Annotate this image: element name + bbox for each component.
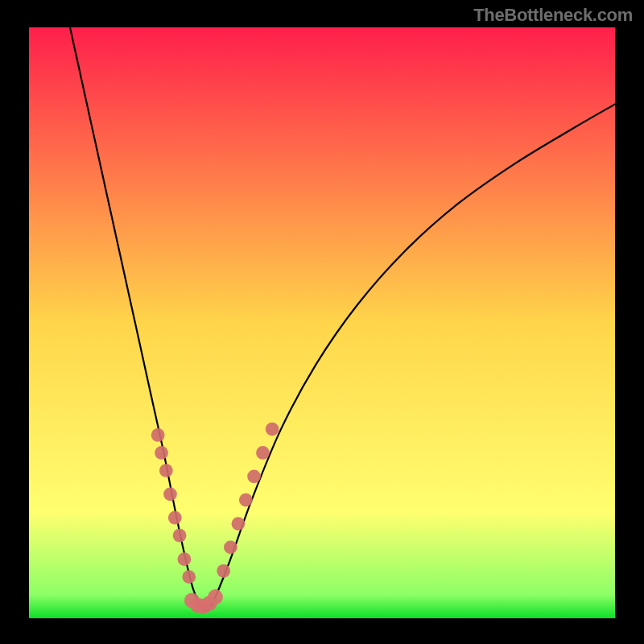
left-cluster-point	[178, 552, 192, 566]
left-cluster-point	[173, 529, 187, 543]
left-cluster-point	[151, 428, 165, 442]
right-cluster-point	[232, 517, 246, 530]
right-cluster-point	[256, 446, 270, 460]
chart-canvas	[0, 0, 644, 644]
right-cluster-point	[224, 541, 237, 555]
watermark-text: TheBottleneck.com	[473, 5, 633, 26]
left-cluster-point	[182, 570, 196, 584]
plot-background	[29, 27, 615, 618]
right-cluster-point	[217, 564, 230, 578]
left-cluster-point	[155, 446, 168, 460]
left-cluster-point	[159, 464, 173, 477]
valley-cluster-point	[208, 589, 223, 605]
left-cluster-point	[163, 487, 177, 501]
right-cluster-point	[239, 493, 253, 507]
right-cluster-point	[247, 469, 261, 483]
left-cluster-point	[168, 511, 182, 525]
right-cluster-point	[266, 423, 279, 436]
